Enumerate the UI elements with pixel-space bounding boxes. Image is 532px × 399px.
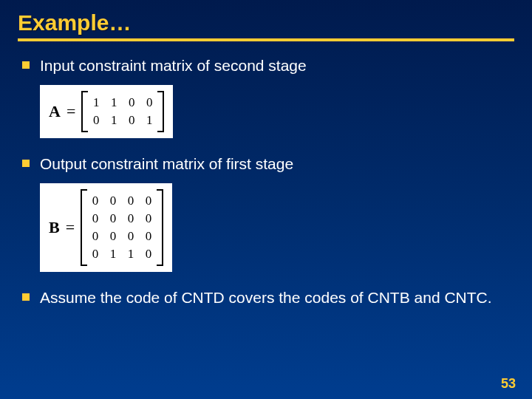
bullet-3: Assume the code of CNTD covers the codes…	[18, 288, 514, 307]
matrix-cell: 0	[91, 211, 100, 226]
matrix-cell: 1	[109, 247, 117, 262]
matrix-cell: 1	[109, 95, 118, 110]
matrix-b-box: B = 0 0 0 0 0 0 0 0 0 0 0 0 0	[40, 183, 172, 272]
matrix-cell: 0	[126, 229, 135, 244]
bullet-2-text: Output constraint matrix of first stage	[40, 154, 293, 173]
matrix-a-grid: 1 1 0 0 0 1 0 1	[89, 94, 157, 129]
matrix-cell: 0	[127, 95, 136, 110]
matrix-cell: 0	[127, 113, 136, 128]
matrix-cell: 0	[145, 95, 154, 110]
title-underline	[18, 38, 514, 41]
bullet-1-text: Input constraint matrix of second stage	[40, 56, 307, 75]
matrix-cell: 0	[144, 211, 153, 226]
matrix-a-bracket: 1 1 0 0 0 1 0 1	[81, 91, 164, 132]
matrix-cell: 0	[109, 211, 117, 226]
matrix-cell: 0	[92, 113, 100, 128]
matrix-cell: 1	[109, 113, 118, 128]
matrix-cell: 0	[144, 247, 153, 262]
matrix-cell: 0	[126, 194, 135, 208]
matrix-a-label: A	[49, 102, 61, 121]
matrix-b-bracket: 0 0 0 0 0 0 0 0 0 0 0 0 0 1 1 0	[81, 189, 163, 266]
matrix-cell: 1	[92, 95, 100, 110]
matrix-cell: 0	[91, 194, 100, 208]
bullet-icon	[22, 160, 30, 167]
bullet-icon	[22, 61, 30, 69]
matrix-cell: 0	[91, 229, 100, 244]
matrix-cell: 1	[145, 113, 154, 128]
matrix-cell: 0	[91, 247, 100, 262]
bullet-2: Output constraint matrix of first stage	[18, 154, 514, 173]
matrix-cell: 0	[144, 229, 153, 244]
slide-title: Example…	[18, 10, 514, 35]
bullet-3-text: Assume the code of CNTD covers the codes…	[40, 288, 492, 307]
matrix-cell: 0	[126, 211, 135, 226]
bullet-1: Input constraint matrix of second stage	[18, 56, 514, 75]
equals-sign: =	[66, 218, 75, 237]
matrix-b-grid: 0 0 0 0 0 0 0 0 0 0 0 0 0 1 1 0	[88, 192, 156, 263]
equals-sign: =	[66, 102, 75, 121]
matrix-cell: 0	[144, 194, 153, 208]
bullet-icon	[22, 293, 30, 301]
slide: Example… Input constraint matrix of seco…	[0, 0, 532, 399]
matrix-b-label: B	[49, 218, 60, 237]
matrix-a-box: A = 1 1 0 0 0 1 0 1	[40, 85, 173, 138]
matrix-cell: 0	[109, 194, 117, 208]
matrix-cell: 1	[126, 247, 135, 262]
matrix-cell: 0	[109, 229, 117, 244]
page-number: 53	[501, 376, 516, 392]
